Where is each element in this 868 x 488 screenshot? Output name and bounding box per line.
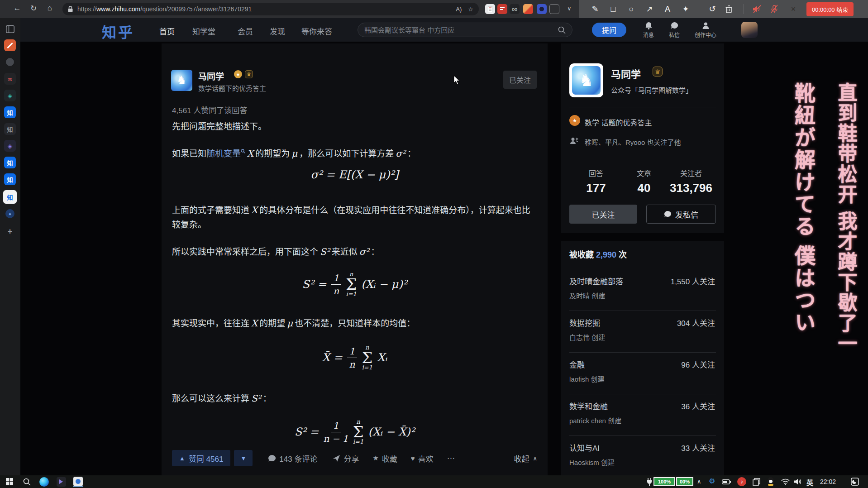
mic-muted-icon[interactable] xyxy=(770,5,780,14)
back-icon[interactable]: ← xyxy=(12,4,23,13)
extension-blue-icon[interactable] xyxy=(537,4,547,14)
tray-battery-icon[interactable] xyxy=(721,477,731,487)
extension-ghost-icon[interactable] xyxy=(549,4,559,14)
magic-wand-icon[interactable]: ✦ xyxy=(681,4,691,14)
profile-name[interactable]: 马同学 xyxy=(611,66,641,81)
profile-card: ♞ 马同学 ♛ 公众号「马同学图解数学」 ★ 数学 话题的优秀答主 稚晖、平凡、… xyxy=(561,43,724,233)
tab-favicon-zhihu[interactable]: 知 xyxy=(4,173,16,185)
inline-link[interactable]: 随机变量 xyxy=(206,149,241,158)
stat-followers[interactable]: 关注者313,796 xyxy=(666,167,716,195)
downvote-button[interactable]: ▼ xyxy=(234,450,253,466)
read-aloud-icon[interactable]: A) xyxy=(456,6,462,13)
chat-bubble-icon xyxy=(670,21,679,30)
answer-follow-button[interactable]: 已关注 xyxy=(503,71,537,89)
volume-icon[interactable] xyxy=(793,477,803,487)
user-avatar[interactable] xyxy=(741,22,758,38)
chrome-dropdown-icon[interactable]: ∨ xyxy=(564,5,575,12)
notification-center-icon[interactable] xyxy=(850,477,860,487)
battery-percent-widget-2[interactable]: 00% xyxy=(676,477,693,486)
refresh-icon[interactable]: ↻ xyxy=(28,4,39,13)
tab-favicon-zhihu[interactable]: 知 xyxy=(4,157,16,168)
draw-ellipse-icon[interactable]: ○ xyxy=(626,5,636,14)
profile-avatar[interactable]: ♞ xyxy=(569,63,603,97)
nav-zhixuetang[interactable]: 知学堂 xyxy=(192,25,215,37)
extension-red-icon[interactable] xyxy=(497,4,507,14)
favorite-star-icon[interactable]: ☆ xyxy=(468,6,473,13)
close-recorder-icon[interactable]: × xyxy=(788,5,798,14)
url-host: www.zhihu.com xyxy=(96,5,140,13)
tab-favicon-pi[interactable]: π xyxy=(4,73,16,85)
extension-oo-icon[interactable]: oo xyxy=(510,4,520,14)
favorite-button[interactable]: ★收藏 xyxy=(372,453,397,464)
author-headline: 数学话题下的优秀答主 xyxy=(198,83,266,93)
app-icon-active[interactable] xyxy=(73,477,83,487)
recording-timer-button[interactable]: 00:00:00 结束 xyxy=(806,2,854,16)
tab-favicon-zhihu[interactable]: 知 xyxy=(4,106,16,118)
undo-icon[interactable]: ↺ xyxy=(707,4,717,14)
taskbar-clock[interactable]: 22:02 xyxy=(820,478,836,485)
search-input[interactable] xyxy=(364,26,558,34)
toolbar-separator xyxy=(744,4,744,14)
nav-home[interactable]: 首页 xyxy=(159,25,175,37)
hidden-icons-caret[interactable]: ∧ xyxy=(697,478,701,485)
tab-favicon-navy[interactable]: ● xyxy=(4,208,16,220)
divider xyxy=(569,107,716,107)
zhihu-logo[interactable]: 知乎 xyxy=(102,21,134,42)
dm-menu[interactable]: 私信 xyxy=(661,21,688,38)
profile-follow-button[interactable]: 已关注 xyxy=(569,205,637,224)
search-box[interactable] xyxy=(358,23,572,37)
topic-badge-label[interactable]: 数学 话题的优秀答主 xyxy=(585,117,652,128)
new-tab-button[interactable]: + xyxy=(4,225,16,237)
draw-pencil-icon[interactable]: ✎ xyxy=(590,4,600,14)
author-avatar[interactable]: ♞ xyxy=(171,70,192,91)
text-tool-icon[interactable]: A xyxy=(663,5,672,14)
start-button-icon[interactable] xyxy=(5,477,14,487)
battery-percent-widget[interactable]: 100% xyxy=(653,477,675,486)
extension-orange-icon[interactable] xyxy=(523,4,533,14)
tab-favicon-circle[interactable] xyxy=(4,56,16,68)
edge-app-icon[interactable] xyxy=(39,477,49,487)
trash-icon[interactable] xyxy=(725,5,735,13)
followers-row[interactable]: 稚晖、平凡、Ryooo 也关注了他 xyxy=(585,137,681,147)
tab-favicon-zhihu-active[interactable]: 知 xyxy=(3,190,17,204)
tab-favicon-zhihu-dim[interactable]: 知 xyxy=(4,123,16,135)
nav-discover[interactable]: 发现 xyxy=(270,25,285,37)
like-button[interactable]: ♥喜欢 xyxy=(411,453,434,464)
stat-answers[interactable]: 回答177 xyxy=(571,167,621,195)
qq-icon[interactable] xyxy=(766,477,776,487)
upvote-button[interactable]: ▲赞同 4561 xyxy=(172,450,230,466)
tab-favicon-purple[interactable]: ◈ xyxy=(4,140,16,152)
tab-favicon-orange[interactable] xyxy=(4,39,16,51)
send-message-button[interactable]: 发私信 xyxy=(646,205,716,224)
taskbar: 100% 00% ∧ ⚙ ♪ 英 22:02 xyxy=(0,475,868,488)
more-actions-button[interactable]: ⋯ xyxy=(447,454,455,463)
speaker-muted-icon[interactable] xyxy=(752,5,762,14)
collapse-button[interactable]: 收起∧ xyxy=(514,453,537,464)
search-icon[interactable] xyxy=(558,26,566,34)
draw-arrow-icon[interactable]: ↗ xyxy=(644,4,654,14)
wifi-icon[interactable] xyxy=(780,477,790,487)
author-name[interactable]: 马同学 xyxy=(198,70,224,82)
home-icon[interactable]: ⌂ xyxy=(44,4,55,13)
toolbar-separator xyxy=(699,4,699,14)
extension-document-icon[interactable] xyxy=(485,4,495,14)
url-bar[interactable]: https://www.zhihu.com/question/20099757/… xyxy=(62,3,479,15)
creator-center-menu[interactable]: 创作中心 xyxy=(689,21,722,38)
upvote-banner: 4,561 人赞同了该回答 xyxy=(172,104,247,115)
app-icon-dark[interactable] xyxy=(56,477,66,487)
stat-articles[interactable]: 文章40 xyxy=(619,167,669,195)
ask-question-button[interactable]: 提问 xyxy=(592,23,626,37)
nav-membership[interactable]: 会员 xyxy=(238,25,253,37)
tray-gear-icon[interactable]: ⚙ xyxy=(709,477,715,485)
messages-menu[interactable]: 消息 xyxy=(635,21,662,38)
netease-music-icon[interactable]: ♪ xyxy=(737,477,747,487)
ime-indicator[interactable]: 英 xyxy=(806,478,813,487)
share-button[interactable]: 分享 xyxy=(333,453,359,464)
sidebar-panels-icon[interactable] xyxy=(6,25,14,33)
taskbar-search-icon[interactable] xyxy=(22,477,32,487)
comments-button[interactable]: 143 条评论 xyxy=(268,453,317,464)
tray-window-icon[interactable] xyxy=(751,477,761,487)
nav-waiting-answer[interactable]: 等你来答 xyxy=(301,25,332,37)
tab-favicon-teal[interactable]: ◈ xyxy=(4,90,16,101)
draw-rectangle-icon[interactable]: □ xyxy=(608,5,618,14)
